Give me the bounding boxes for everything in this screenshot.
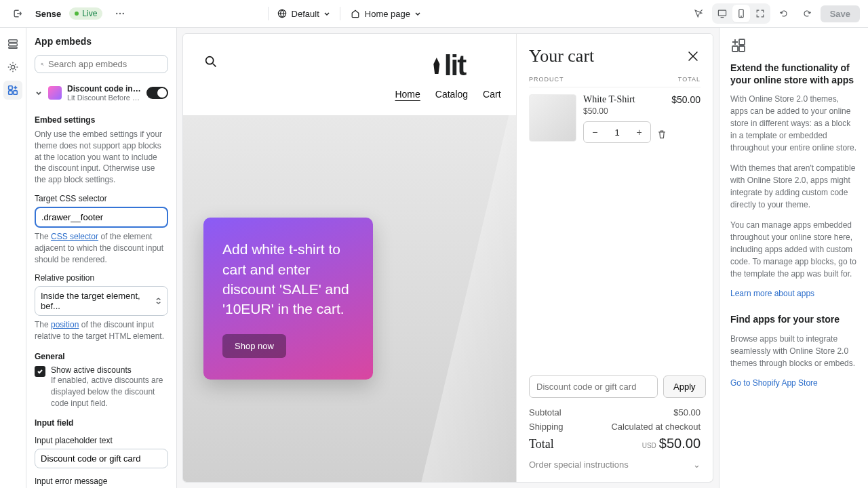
store-name: Sense (35, 9, 61, 19)
css-selector-link[interactable]: CSS selector (51, 232, 98, 241)
special-instructions[interactable]: Order special instructions ⌄ (529, 460, 701, 470)
app-toggle[interactable] (146, 87, 168, 99)
trash-icon[interactable] (656, 129, 667, 140)
promo-card: Add white t-shirt to cart and enter disc… (203, 218, 373, 380)
subtotal-label: Subtotal (529, 407, 561, 418)
item-price: $50.00 (583, 106, 701, 116)
svg-point-15 (206, 57, 214, 64)
relpos-label: Relative position (35, 273, 168, 283)
inspector-icon[interactable] (689, 4, 708, 23)
svg-rect-18 (739, 39, 745, 45)
show-active-label: Show active discounts (51, 365, 168, 375)
rp-heading-2: Find apps for your store (730, 313, 857, 325)
page-select[interactable]: Home page (350, 8, 421, 19)
cart-title: Your cart (529, 46, 594, 66)
shop-now-button[interactable]: Shop now (222, 334, 286, 358)
rp-para-1: With Online Store 2.0 themes, apps can b… (730, 93, 857, 154)
apply-button[interactable]: Apply (663, 375, 706, 398)
qty-value: 1 (606, 127, 629, 138)
subtotal-value: $50.00 (673, 407, 701, 418)
close-icon[interactable] (686, 49, 701, 64)
desktop-icon[interactable] (713, 5, 731, 22)
sections-icon[interactable] (3, 35, 22, 54)
qty-plus[interactable]: + (628, 127, 650, 138)
total-currency: USD (642, 442, 656, 449)
qty-minus[interactable]: − (584, 127, 606, 138)
show-active-help: If enabled, active discounts are display… (51, 375, 168, 409)
inputfield-section-title: Input field (35, 418, 168, 428)
svg-rect-16 (732, 46, 738, 52)
top-bar: Sense Live Default Home page Save (0, 0, 868, 28)
general-section-title: General (35, 352, 168, 361)
learn-more-link[interactable]: Learn more about apps (730, 289, 814, 298)
svg-rect-12 (14, 91, 17, 94)
cart-item: White T-Shirt $50.00 $50.00 − 1 + (529, 94, 701, 143)
app-icon (48, 86, 62, 100)
sidebar: App embeds Discount code input Lit Disco… (26, 28, 177, 488)
qty-stepper: − 1 + (583, 121, 651, 143)
target-label: Target CSS selector (35, 194, 168, 203)
rp-para-2: With themes that aren't compatible with … (730, 162, 857, 211)
error-label: Input error message (35, 476, 168, 486)
nav-catalog[interactable]: Catalog (435, 89, 468, 100)
locale-select[interactable]: Default (277, 8, 330, 19)
undo-icon[interactable] (774, 4, 793, 23)
device-switcher (712, 3, 770, 24)
store-nav: Home Catalog Cart (395, 89, 500, 100)
svg-rect-8 (9, 43, 18, 46)
promo-text: Add white t-shirt to cart and enter disc… (222, 239, 354, 319)
app-embeds-icon[interactable] (3, 81, 22, 100)
right-panel: Extend the functionality of your online … (719, 28, 868, 488)
left-rail (0, 28, 26, 488)
total-value: $50.00 (659, 436, 701, 451)
rp-para-4: Browse apps built to integrate seamlessl… (730, 333, 857, 369)
position-link[interactable]: position (51, 320, 79, 329)
app-row: Discount code input Lit Discount Before … (35, 80, 168, 106)
svg-rect-17 (739, 46, 745, 52)
placeholder-input[interactable] (35, 449, 168, 468)
chevron-down-icon[interactable] (35, 89, 43, 97)
search-icon[interactable] (203, 54, 218, 69)
svg-point-14 (41, 63, 43, 65)
target-input[interactable] (35, 207, 168, 228)
embed-help: Only use the embed settings if your them… (35, 129, 168, 186)
svg-rect-9 (9, 47, 18, 49)
exit-icon[interactable] (8, 4, 27, 23)
svg-point-6 (741, 16, 741, 17)
svg-point-1 (119, 13, 121, 14)
discount-input[interactable] (529, 375, 658, 398)
nav-home[interactable]: Home (395, 89, 420, 100)
nav-cart[interactable]: Cart (483, 89, 500, 100)
show-active-checkbox[interactable] (35, 366, 45, 377)
app-store-link[interactable]: Go to Shopify App Store (730, 378, 818, 388)
svg-point-2 (123, 13, 124, 14)
placeholder-label: Input placeholder text (35, 436, 168, 445)
item-name: White T-Shirt (583, 94, 635, 105)
settings-icon[interactable] (3, 58, 22, 77)
search-input[interactable] (35, 55, 168, 73)
live-badge: Live (69, 7, 102, 20)
item-thumb (529, 94, 576, 142)
relpos-select[interactable]: Inside the target element, bef... (35, 286, 168, 316)
mobile-icon[interactable] (732, 5, 750, 22)
cart-drawer: Your cart PRODUCT TOTAL White T-Shirt $5… (516, 34, 713, 482)
sidebar-title: App embeds (35, 36, 168, 47)
fullscreen-icon[interactable] (751, 5, 769, 22)
svg-rect-7 (9, 40, 18, 43)
redo-icon[interactable] (797, 4, 816, 23)
save-button[interactable]: Save (821, 5, 860, 22)
more-icon[interactable] (111, 4, 130, 23)
chevron-down-icon: ⌄ (693, 460, 701, 470)
svg-rect-11 (9, 86, 12, 89)
rp-heading-1: Extend the functionality of your online … (730, 62, 857, 86)
app-subtitle: Lit Discount Before C... (67, 94, 141, 102)
svg-point-10 (11, 65, 14, 68)
item-line-total: $50.00 (671, 94, 701, 105)
embed-section-title: Embed settings (35, 115, 168, 125)
apps-icon (730, 37, 857, 54)
col-product: PRODUCT (529, 76, 564, 83)
preview-area: lit Home Catalog Cart Add white t-shirt … (177, 28, 719, 488)
search-field[interactable] (48, 59, 162, 69)
col-total: TOTAL (678, 76, 701, 83)
svg-rect-13 (9, 91, 12, 94)
